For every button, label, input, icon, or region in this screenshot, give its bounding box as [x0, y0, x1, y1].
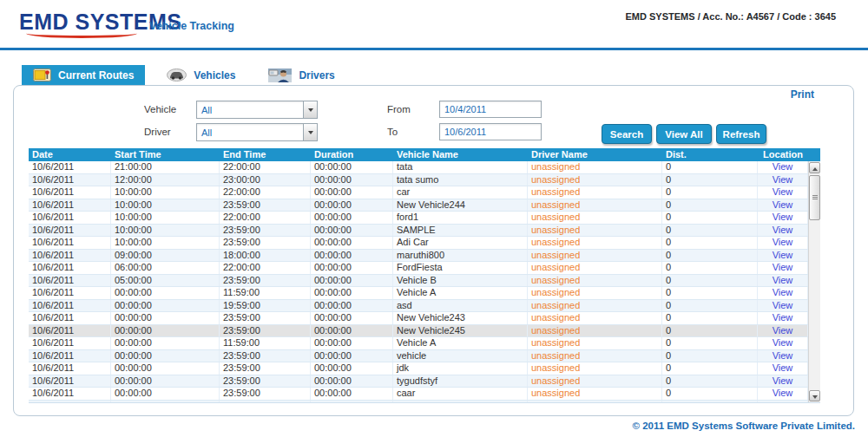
cell-vehicle-name: Vehicle A — [393, 287, 528, 299]
cell-vehicle-name: caar — [393, 388, 528, 400]
content-panel: Print Vehicle All Driver All From To Sea… — [13, 85, 854, 416]
table-row[interactable]: 10/6/2011 05:00:00 23:59:00 00:00:00 Veh… — [29, 275, 808, 288]
table-row[interactable]: 10/6/2011 00:00:00 23:59:00 00:00:00 caa… — [29, 388, 808, 401]
view-link[interactable]: View — [773, 325, 793, 336]
cell-vehicle-name: pawana — [393, 401, 528, 404]
cell-date: 10/6/2011 — [29, 161, 111, 173]
cell-location: View — [758, 161, 808, 173]
cell-driver-name: unassigned — [528, 300, 662, 312]
view-link[interactable]: View — [773, 375, 793, 386]
view-link[interactable]: View — [773, 174, 793, 185]
table-row[interactable]: 10/6/2011 00:00:00 23:59:00 00:00:00 tyg… — [29, 375, 808, 388]
view-link[interactable]: View — [773, 312, 793, 323]
col-header-location: Location — [758, 148, 808, 161]
view-link[interactable]: View — [773, 186, 793, 197]
table-row[interactable]: 10/6/2011 10:00:00 23:59:00 00:00:00 Adi… — [29, 237, 808, 250]
cell-vehicle-name: New Vehicle243 — [393, 312, 528, 324]
cell-driver-name: unassigned — [528, 287, 662, 299]
cell-date: 10/6/2011 — [29, 186, 111, 199]
cell-dist: 0 — [662, 212, 758, 224]
cell-start-time: 09:00:00 — [111, 250, 220, 262]
driver-select[interactable]: All — [196, 123, 318, 141]
cell-duration: 00:00:00 — [311, 275, 393, 287]
search-button[interactable]: Search — [602, 124, 652, 144]
cell-start-time: 10:00:00 — [111, 225, 220, 237]
cell-driver-name: unassigned — [528, 337, 662, 349]
scrollbar-thumb[interactable] — [809, 175, 820, 220]
view-link[interactable]: View — [773, 300, 793, 310]
view-link[interactable]: View — [773, 287, 793, 297]
table-row[interactable]: 10/6/2011 00:00:00 23:59:00 00:00:00 paw… — [29, 401, 808, 404]
table-scrollbar[interactable] — [808, 161, 820, 402]
table-row[interactable]: 10/6/2011 00:00:00 19:59:00 00:00:00 asd… — [29, 300, 808, 313]
cell-dist: 0 — [662, 161, 758, 173]
cell-location: View — [758, 388, 808, 400]
cell-vehicle-name: ford1 — [393, 212, 528, 224]
table-row[interactable]: 10/6/2011 10:00:00 23:59:00 00:00:00 New… — [29, 199, 808, 212]
view-link[interactable]: View — [773, 212, 793, 222]
cell-end-time: 22:00:00 — [220, 161, 311, 173]
chevron-down-icon[interactable] — [303, 101, 317, 118]
view-link[interactable]: View — [773, 199, 793, 210]
table-row[interactable]: 10/6/2011 10:00:00 22:00:00 00:00:00 car… — [29, 186, 808, 199]
tab-current-routes[interactable]: Current Routes — [22, 65, 145, 85]
cell-duration: 00:00:00 — [311, 300, 393, 312]
from-date-label: From — [387, 104, 411, 114]
table-row[interactable]: 10/6/2011 06:00:00 22:00:00 00:00:00 For… — [29, 262, 808, 275]
logo-swoosh-graphic — [26, 29, 137, 38]
refresh-button[interactable]: Refresh — [716, 124, 766, 144]
table-row[interactable]: 10/6/2011 00:00:00 23:59:00 00:00:00 New… — [29, 325, 808, 338]
cell-location: View — [758, 312, 808, 324]
col-header-start-time: Start Time — [111, 148, 220, 161]
view-link[interactable]: View — [773, 362, 793, 373]
view-link[interactable]: View — [773, 161, 793, 172]
cell-duration: 00:00:00 — [311, 250, 393, 262]
cell-duration: 00:00:00 — [311, 237, 393, 249]
view-link[interactable]: View — [773, 388, 793, 398]
col-header-driver-name: Driver Name — [528, 148, 662, 161]
cell-driver-name: unassigned — [528, 275, 662, 287]
table-row[interactable]: 10/6/2011 00:00:00 11:59:00 00:00:00 Veh… — [29, 287, 808, 300]
to-date-input[interactable] — [439, 123, 542, 140]
cell-end-time: 22:00:00 — [220, 262, 311, 274]
cell-date: 10/6/2011 — [29, 362, 111, 375]
tab-label: Vehicles — [194, 69, 235, 82]
view-link[interactable]: View — [773, 250, 793, 260]
table-row[interactable]: 10/6/2011 09:00:00 18:00:00 00:00:00 mar… — [29, 250, 808, 263]
print-link[interactable]: Print — [791, 88, 814, 101]
view-link[interactable]: View — [773, 225, 793, 235]
copyright-footer: © 2011 EMD Systems Software Private Limi… — [633, 421, 855, 431]
from-date-input[interactable] — [439, 101, 542, 118]
cell-duration: 00:00:00 — [311, 199, 393, 212]
tab-drivers[interactable]: Drivers — [257, 65, 345, 85]
cell-driver-name: unassigned — [528, 375, 662, 388]
cell-date: 10/6/2011 — [29, 312, 111, 324]
cell-dist: 0 — [662, 237, 758, 249]
cell-duration: 00:00:00 — [311, 325, 393, 337]
table-row[interactable]: 10/6/2011 00:00:00 11:59:00 00:00:00 Veh… — [29, 337, 808, 350]
table-row[interactable]: 10/6/2011 00:00:00 23:59:00 00:00:00 veh… — [29, 350, 808, 363]
table-row[interactable]: 10/6/2011 12:00:00 23:00:00 00:00:00 tat… — [29, 174, 808, 187]
view-link[interactable]: View — [773, 262, 793, 272]
view-link[interactable]: View — [773, 275, 793, 285]
arrow-up-icon[interactable] — [809, 162, 820, 173]
cell-vehicle-name: vehicle — [393, 350, 528, 362]
table-row[interactable]: 10/6/2011 00:00:00 23:59:00 00:00:00 jdk… — [29, 362, 808, 375]
view-link[interactable]: View — [773, 401, 793, 404]
cell-location: View — [758, 362, 808, 375]
tab-vehicles[interactable]: Vehicles — [155, 65, 247, 85]
view-link[interactable]: View — [773, 237, 793, 247]
arrow-down-icon[interactable] — [809, 390, 820, 401]
table-row[interactable]: 10/6/2011 21:00:00 22:00:00 00:00:00 tat… — [29, 161, 808, 174]
cell-vehicle-name: New Vehicle244 — [393, 199, 528, 212]
routes-table: Date Start Time End Time Duration Vehicl… — [29, 148, 820, 403]
view-link[interactable]: View — [773, 337, 793, 348]
vehicle-select[interactable]: All — [196, 101, 318, 119]
table-row[interactable]: 10/6/2011 00:00:00 23:59:00 00:00:00 New… — [29, 312, 808, 325]
cell-driver-name: unassigned — [528, 212, 662, 224]
view-link[interactable]: View — [773, 350, 793, 361]
chevron-down-icon[interactable] — [303, 124, 317, 140]
view-all-button[interactable]: View All — [656, 124, 712, 144]
table-row[interactable]: 10/6/2011 10:00:00 23:59:00 00:00:00 SAM… — [29, 225, 808, 238]
table-row[interactable]: 10/6/2011 10:00:00 22:00:00 00:00:00 for… — [29, 212, 808, 225]
